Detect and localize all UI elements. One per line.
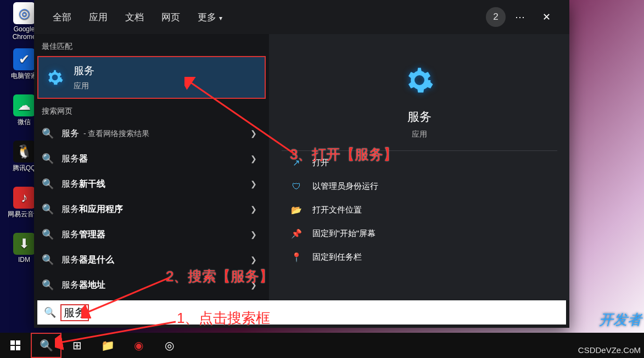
annotation-3: 3、打开【服务】 bbox=[290, 145, 397, 164]
overflow-button[interactable]: ⋯ bbox=[508, 11, 532, 23]
result-label: 服务器地址 bbox=[61, 279, 105, 291]
chevron-right-icon: ❯ bbox=[250, 255, 257, 264]
netease-button[interactable]: ◉ bbox=[123, 333, 154, 358]
section-web-search: 搜索网页 bbox=[34, 99, 269, 121]
svg-rect-3 bbox=[16, 346, 20, 350]
chevron-right-icon: ❯ bbox=[250, 129, 257, 138]
search-bar[interactable]: 🔍 服务 bbox=[37, 300, 566, 325]
svg-rect-2 bbox=[10, 346, 15, 350]
action-label: 固定到"开始"屏幕 bbox=[312, 228, 376, 239]
tab-docs[interactable]: 文档 bbox=[117, 7, 152, 28]
preview-action-1[interactable]: 🛡以管理员身份运行 bbox=[282, 175, 557, 198]
search-icon: 🔍 bbox=[42, 254, 54, 266]
web-result-0[interactable]: 🔍服务 - 查看网络搜索结果❯ bbox=[34, 121, 269, 146]
tab-more[interactable]: 更多 ▾ bbox=[190, 7, 230, 28]
preview-title: 服务 bbox=[407, 109, 432, 125]
section-best-match: 最佳匹配 bbox=[34, 34, 269, 56]
web-result-3[interactable]: 🔍服务和应用程序❯ bbox=[34, 197, 269, 222]
svg-rect-0 bbox=[10, 340, 15, 345]
action-label: 固定到任务栏 bbox=[312, 252, 362, 262]
start-button[interactable] bbox=[0, 333, 31, 358]
result-label: 服务器是什么 bbox=[61, 254, 114, 266]
web-result-2[interactable]: 🔍服务新干线❯ bbox=[34, 171, 269, 197]
action-icon: 📌 bbox=[290, 228, 303, 239]
result-label: 服务新干线 bbox=[61, 178, 105, 190]
best-match-title: 服务 bbox=[74, 64, 94, 78]
action-label: 以管理员身份运行 bbox=[312, 181, 378, 192]
search-icon: 🔍 bbox=[42, 127, 54, 139]
best-match-services[interactable]: 服务 应用 bbox=[37, 56, 266, 99]
result-label: 服务和应用程序 bbox=[61, 204, 123, 215]
notification-badge[interactable]: 2 bbox=[486, 7, 506, 27]
preview-action-4[interactable]: 📍固定到任务栏 bbox=[282, 245, 557, 269]
result-label: 服务管理器 bbox=[61, 229, 105, 240]
close-button[interactable]: ✕ bbox=[534, 11, 558, 23]
search-icon: 🔍 bbox=[44, 306, 56, 318]
search-icon: 🔍 bbox=[42, 203, 54, 215]
chevron-right-icon: ❯ bbox=[250, 154, 257, 163]
watermark-csdn: CSDDeVZe.CoM bbox=[578, 345, 641, 355]
tab-all[interactable]: 全部 bbox=[45, 7, 79, 28]
search-icon: 🔍 bbox=[42, 228, 54, 240]
web-result-4[interactable]: 🔍服务管理器❯ bbox=[34, 222, 269, 247]
tab-web[interactable]: 网页 bbox=[154, 7, 188, 28]
preview-pane: 服务 应用 ↗打开🛡以管理员身份运行📂打开文件位置📌固定到"开始"屏幕📍固定到任… bbox=[269, 34, 569, 300]
search-icon: 🔍 bbox=[42, 279, 54, 291]
preview-action-2[interactable]: 📂打开文件位置 bbox=[282, 198, 557, 222]
web-result-1[interactable]: 🔍服务器❯ bbox=[34, 146, 269, 171]
action-icon: 📍 bbox=[290, 252, 303, 262]
results-left-pane: 最佳匹配 服务 应用 搜索网页 🔍服务 - 查看网络搜索结果❯🔍服务器❯🔍服务新… bbox=[34, 34, 269, 300]
chrome-button[interactable]: ◎ bbox=[154, 333, 184, 358]
explorer-button[interactable]: 📁 bbox=[92, 333, 123, 358]
taskbar: 🔍 ⊞ 📁 ◉ ◎ bbox=[0, 333, 644, 358]
watermark-devze: 开发者 bbox=[599, 312, 642, 327]
preview-subtitle: 应用 bbox=[412, 130, 427, 139]
tab-apps[interactable]: 应用 bbox=[81, 7, 115, 28]
action-label: 打开文件位置 bbox=[312, 205, 362, 215]
preview-gear-icon bbox=[404, 65, 435, 96]
action-icon: 🛡 bbox=[290, 182, 303, 192]
gear-icon bbox=[45, 68, 65, 87]
annotation-1: 1、点击搜索框 bbox=[177, 309, 270, 328]
task-view-button[interactable]: ⊞ bbox=[61, 333, 92, 358]
preview-action-3[interactable]: 📌固定到"开始"屏幕 bbox=[282, 222, 557, 245]
chevron-right-icon: ❯ bbox=[250, 205, 257, 214]
search-input-text: 服务 bbox=[60, 304, 89, 321]
action-icon: 📂 bbox=[290, 205, 303, 215]
result-label: 服务 - 查看网络搜索结果 bbox=[61, 128, 149, 139]
result-label: 服务器 bbox=[61, 153, 88, 165]
best-match-subtitle: 应用 bbox=[74, 81, 94, 91]
svg-rect-1 bbox=[16, 340, 20, 345]
search-icon: 🔍 bbox=[42, 153, 54, 165]
chevron-right-icon: ❯ bbox=[250, 180, 257, 188]
annotation-2: 2、搜索【服务】 bbox=[166, 267, 273, 286]
chevron-right-icon: ❯ bbox=[250, 230, 257, 239]
search-tabs: 全部 应用 文档 网页 更多 ▾ 2 ⋯ ✕ bbox=[34, 0, 569, 34]
search-button[interactable]: 🔍 bbox=[31, 333, 61, 358]
search-icon: 🔍 bbox=[42, 178, 54, 190]
